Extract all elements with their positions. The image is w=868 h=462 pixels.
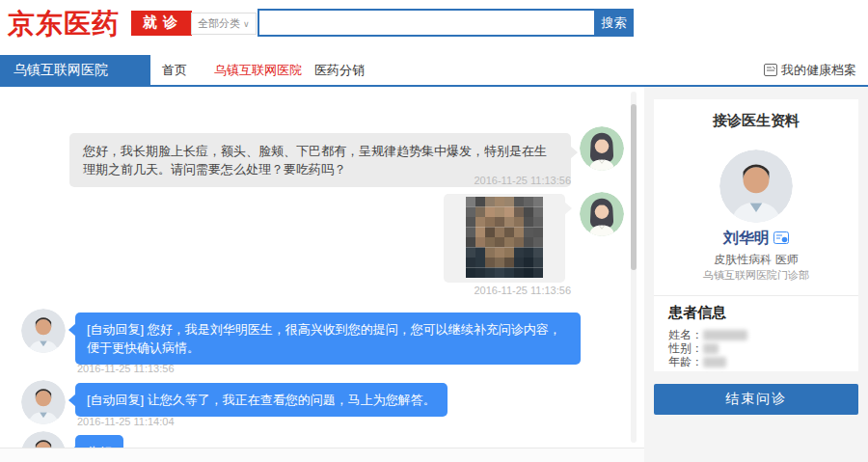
chat-footer-strip — [0, 448, 644, 462]
patient-gender-row: 性别： — [668, 341, 719, 355]
chevron-down-icon: ∨ — [243, 19, 250, 29]
chat-scrollbar-thumb[interactable] — [631, 104, 637, 270]
patient-name-row: 姓名： — [668, 328, 747, 341]
tab-medicine-distribution[interactable]: 医药分销 — [314, 55, 365, 85]
health-record-icon — [764, 64, 777, 76]
patient-avatar — [580, 126, 624, 171]
doctor-department: 皮肤性病科 医师 — [654, 252, 858, 268]
category-dropdown[interactable]: 全部分类∨ — [191, 13, 257, 35]
search-bar: 搜索 — [258, 9, 634, 37]
message-timestamp: 2016-11-25 11:13:56 — [77, 363, 175, 374]
patient-age-row: 年龄： — [668, 355, 726, 368]
chat-message-doctor-text: 你好 — [75, 435, 123, 448]
hospital-banner: 乌镇互联网医院 — [0, 55, 150, 85]
tab-home[interactable]: 首页 — [162, 55, 187, 85]
patient-age-label: 年龄： — [668, 355, 703, 368]
doctor-avatar — [21, 309, 66, 353]
search-input[interactable] — [258, 9, 594, 37]
patient-info-title: 患者信息 — [668, 304, 726, 322]
end-consultation-button[interactable]: 结束问诊 — [654, 384, 858, 415]
chat-message-doctor-text: [自动回复] 让您久等了，我正在查看您的问题，马上为您解答。 — [75, 383, 448, 417]
jd-medicine-logo: 京东医药 — [8, 6, 120, 42]
patient-avatar — [580, 192, 624, 236]
patient-gender-label: 性别： — [668, 341, 703, 355]
search-button[interactable]: 搜索 — [594, 9, 634, 37]
patient-gender-value-redacted — [703, 343, 719, 354]
doctor-avatar — [21, 431, 66, 448]
blurred-face-photo — [466, 197, 543, 278]
health-record-label: 我的健康档案 — [781, 55, 856, 85]
doctor-info-panel: 接诊医生资料 刘华明 皮肤性病科 医师 乌镇互联网医院门诊部 患者信息 姓名： … — [654, 99, 858, 371]
doctor-avatar — [21, 380, 66, 424]
patient-name-label: 姓名： — [668, 328, 703, 341]
chat-message-patient-image[interactable] — [444, 194, 565, 283]
doctor-name[interactable]: 刘华明 — [723, 230, 770, 246]
patient-age-value-redacted — [703, 357, 726, 367]
doctor-hospital: 乌镇互联网医院门诊部 — [654, 268, 858, 283]
chat-panel: 您好，我长期脸上长痘，额头、脸颊、下巴都有，呈规律趋势集中爆发，特别是在生理期之… — [0, 87, 644, 448]
tab-wuzhen-hospital[interactable]: 乌镇互联网医院 — [214, 55, 302, 85]
chat-message-doctor-text: [自动回复] 您好，我是刘华明医生，很高兴收到您的提问，您可以继续补充问诊内容，… — [75, 313, 581, 365]
my-health-record-link[interactable]: 我的健康档案 — [764, 55, 856, 85]
message-timestamp: 2016-11-25 11:14:04 — [77, 416, 175, 427]
doctor-profile-photo — [719, 149, 793, 223]
message-timestamp: 2016-11-25 11:13:56 — [474, 175, 571, 186]
consult-badge: 就诊 — [131, 11, 192, 36]
message-timestamp: 2016-11-25 11:13:56 — [474, 285, 571, 296]
doctor-panel-title: 接诊医生资料 — [654, 112, 858, 130]
divider — [654, 295, 858, 296]
doctor-certificate-icon — [773, 231, 789, 244]
category-dropdown-label: 全部分类 — [198, 17, 240, 29]
app-window: 京东医药 就诊 全部分类∨ 搜索 乌镇互联网医院 首页 乌镇互联网医院 医药分销… — [0, 0, 868, 462]
patient-name-value-redacted — [703, 330, 747, 340]
